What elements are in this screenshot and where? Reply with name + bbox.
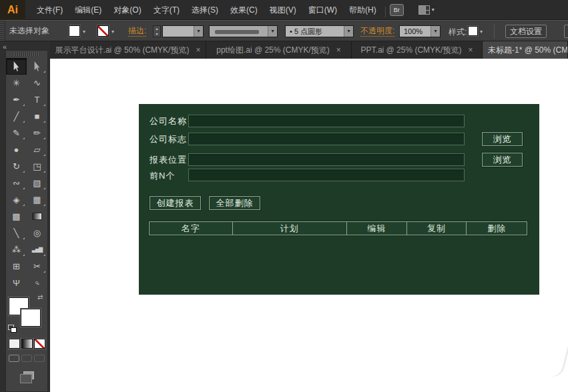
draw-behind-icon[interactable] <box>21 355 32 362</box>
menu-help[interactable]: 帮助(H) <box>343 0 382 20</box>
delete-all-button[interactable]: 全部删除 <box>209 196 260 210</box>
tool-line-segment[interactable]: ╱ <box>6 108 27 125</box>
tool-pen[interactable]: ✒ <box>6 91 27 108</box>
bridge-launcher-icon[interactable]: Br <box>390 4 404 16</box>
menu-type[interactable]: 文字(T) <box>148 0 186 20</box>
tool-pencil[interactable]: ✏ <box>27 125 47 141</box>
style-swatch[interactable] <box>468 26 478 36</box>
type-icon: T <box>35 95 40 105</box>
none-mode-button[interactable] <box>34 339 45 349</box>
browse-report-button[interactable]: 浏览 <box>482 153 523 167</box>
tool-column-graph[interactable]: ▃▅▇ <box>27 241 47 258</box>
tool-mesh[interactable]: ▩ <box>6 208 27 225</box>
tab-document-4-active[interactable]: 未标题-1* @ 50% (CMYK/预览) <box>483 41 568 59</box>
column-header-edit[interactable]: 编辑 <box>347 222 407 235</box>
tab-document-1[interactable]: 展示平台设计.ai @ 50% (CMYK/预览) × <box>50 41 206 59</box>
stroke-panel-link[interactable]: 描边: <box>128 26 146 37</box>
menu-effect[interactable]: 效果(C) <box>224 0 264 20</box>
fill-color-swatch[interactable] <box>69 25 80 37</box>
menu-view[interactable]: 视图(V) <box>264 0 302 20</box>
tool-perspective-grid[interactable]: ▦ <box>27 191 47 208</box>
tools-panel-grip[interactable] <box>14 53 39 56</box>
tool-zoom[interactable]: ♀ <box>27 275 47 291</box>
company-name-input[interactable] <box>188 115 465 127</box>
tool-type[interactable]: T <box>27 91 47 108</box>
report-location-input[interactable] <box>188 153 465 166</box>
stroke-weight-stepper[interactable]: ▴ ▾ <box>153 25 161 37</box>
company-logo-input[interactable] <box>188 133 465 145</box>
default-fill-stroke-icon[interactable] <box>8 325 17 333</box>
create-report-button[interactable]: 创建报表 <box>150 196 201 210</box>
tool-shape-builder[interactable]: ◈ <box>6 191 27 208</box>
fill-dropdown-arrow-icon[interactable]: ▾ <box>83 29 85 35</box>
stroke-weight-arrow-icon[interactable]: ▾ <box>194 26 203 37</box>
tool-magic-wand[interactable]: ✳ <box>6 75 27 91</box>
column-header-copy[interactable]: 复制 <box>407 222 467 235</box>
gradient-mode-button[interactable] <box>21 339 33 349</box>
tool-selection[interactable] <box>6 58 27 75</box>
brush-arrow-icon[interactable]: ▾ <box>344 26 353 37</box>
menu-object[interactable]: 对象(O) <box>107 0 147 20</box>
color-mode-button[interactable] <box>9 339 20 349</box>
screen-mode-icon[interactable] <box>23 371 34 379</box>
brush-definition-select[interactable]: • 5 点圆形 ▾ <box>285 25 354 37</box>
stroke-weight-select[interactable]: ▾ <box>162 25 204 37</box>
tool-scale[interactable]: ◳ <box>27 158 47 175</box>
tool-blend[interactable]: ◎ <box>27 225 47 241</box>
brush-name: 5 点圆形 <box>294 27 322 35</box>
width-profile-select[interactable]: ▾ <box>209 25 278 37</box>
artboard-canvas[interactable]: 公司名称 公司标志 浏览 报表位置 浏览 前N个 创建报表 全部删除 名字 计划… <box>50 59 568 392</box>
tool-blob-brush[interactable]: ● <box>6 141 27 158</box>
tool-eyedropper[interactable]: ╲ <box>6 225 27 241</box>
column-header-name[interactable]: 名字 <box>150 222 233 235</box>
tool-rotate[interactable]: ↻ <box>6 158 27 175</box>
stepper-up-icon[interactable]: ▴ <box>154 26 160 31</box>
swap-fill-stroke-icon[interactable]: ⇄ <box>37 293 43 301</box>
menu-select[interactable]: 选择(S) <box>186 0 224 20</box>
close-icon[interactable]: × <box>336 45 341 55</box>
selection-status-label: 未选择对象 <box>9 21 49 41</box>
tool-direct-selection[interactable] <box>27 58 47 75</box>
stroke-color-swatch[interactable] <box>97 25 109 37</box>
tab-document-3[interactable]: PPT.ai @ 25% (CMYK/预览) × <box>352 41 483 59</box>
eraser-icon: ▱ <box>34 145 41 155</box>
opacity-panel-link[interactable]: 不透明度: <box>360 26 394 37</box>
stroke-dropdown-arrow-icon[interactable]: ▾ <box>111 29 114 35</box>
column-header-delete[interactable]: 删除 <box>467 222 527 235</box>
lasso-icon: ∿ <box>33 78 41 88</box>
browse-logo-button[interactable]: 浏览 <box>482 132 523 146</box>
tab-document-2[interactable]: ppt绘图.ai @ 25% (CMYK/预览) × <box>206 41 352 59</box>
zoom-icon: ♀ <box>31 277 43 289</box>
opacity-select[interactable]: 100% ▾ <box>399 25 441 37</box>
first-n-input[interactable] <box>188 169 465 181</box>
style-dropdown-arrow-icon[interactable]: ▾ <box>480 29 483 35</box>
tool-symbol-sprayer[interactable]: ⁂ <box>6 241 27 258</box>
menu-edit[interactable]: 编辑(E) <box>69 0 107 20</box>
tool-artboard[interactable]: ⊞ <box>6 258 27 275</box>
tool-lasso[interactable]: ∿ <box>27 75 47 91</box>
workspace-switcher-icon[interactable] <box>418 5 430 15</box>
tool-slice[interactable]: ✂ <box>27 258 47 275</box>
tool-hand[interactable]: Ψ <box>6 275 27 291</box>
document-setup-button[interactable]: 文档设置 <box>505 25 547 38</box>
preferences-button-partial[interactable] <box>564 25 568 38</box>
panel-grip[interactable] <box>0 21 5 41</box>
menu-window[interactable]: 窗口(W) <box>302 0 343 20</box>
width-profile-arrow-icon[interactable]: ▾ <box>268 26 277 37</box>
tool-free-transform[interactable]: ▧ <box>27 175 47 191</box>
draw-normal-icon[interactable] <box>9 355 19 362</box>
menu-file[interactable]: 文件(F) <box>31 0 69 20</box>
stepper-down-icon[interactable]: ▾ <box>154 31 160 37</box>
column-header-plan[interactable]: 计划 <box>233 222 347 235</box>
stroke-indicator-swatch[interactable] <box>21 309 41 327</box>
close-icon[interactable]: × <box>468 45 473 55</box>
tool-paintbrush[interactable]: ✎ <box>6 125 27 141</box>
tool-gradient[interactable] <box>27 208 47 225</box>
draw-inside-icon[interactable] <box>34 355 45 362</box>
opacity-arrow-icon[interactable]: ▾ <box>431 26 440 37</box>
workspace-dropdown-arrow-icon[interactable]: ▾ <box>432 7 435 13</box>
close-icon[interactable]: × <box>196 45 200 55</box>
tool-rectangle[interactable]: ■ <box>27 108 47 125</box>
tool-eraser[interactable]: ▱ <box>27 141 47 158</box>
tool-width[interactable]: ∾ <box>6 175 27 191</box>
